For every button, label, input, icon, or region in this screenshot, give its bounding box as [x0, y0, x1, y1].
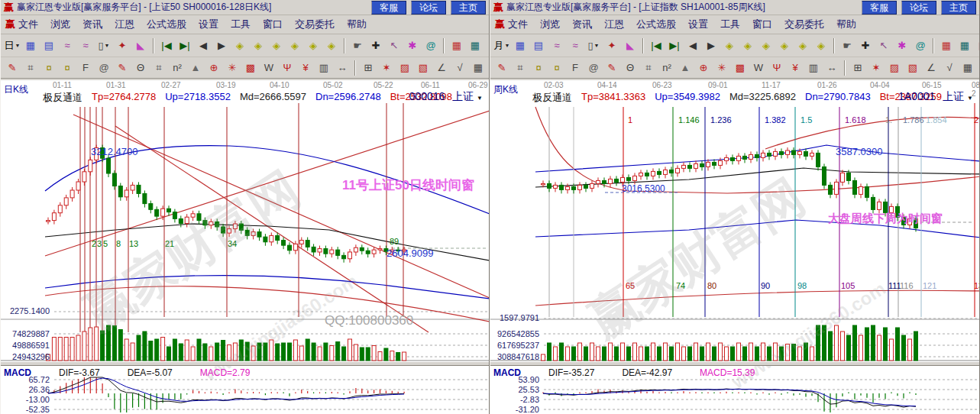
grid-a-icon[interactable]: ▦	[470, 60, 487, 76]
angle-icon[interactable]: ∠	[433, 60, 450, 76]
menu-item[interactable]: 文件	[508, 18, 528, 31]
period-button[interactable]: 月▼	[493, 37, 510, 53]
dropdown-arrow-icon[interactable]: ▼	[15, 43, 21, 48]
wave-icon[interactable]: √	[451, 60, 468, 76]
prev-icon[interactable]: ◀	[684, 37, 701, 53]
menu-item[interactable]: 设置	[199, 18, 218, 31]
wave-3-icon[interactable]: ≈	[548, 37, 565, 53]
gann-arrow-2-icon[interactable]: ◈	[250, 37, 267, 53]
callout-icon[interactable]: ↖	[875, 37, 892, 53]
gann-arrow-3-icon[interactable]: ◈	[758, 37, 775, 53]
home-button[interactable]: 主页	[941, 1, 976, 15]
fibonacci-icon[interactable]: F	[77, 60, 94, 76]
candle-period-icon[interactable]: ▯▼	[95, 37, 112, 53]
shade2-icon[interactable]: ▧	[415, 60, 432, 76]
grid-a-icon[interactable]: ▦	[959, 60, 976, 76]
ruler-icon[interactable]: ▥	[805, 60, 822, 76]
notebook-icon[interactable]: ▤	[975, 37, 979, 53]
menu-item[interactable]: 窗口	[752, 18, 772, 31]
flower-icon[interactable]: ✱	[404, 37, 421, 53]
title-bar[interactable]: 赢 赢家江恩专业版[赢家服务平台] - [上证50 SH000016-128日K…	[1, 0, 489, 15]
menu-item[interactable]: 帮助	[836, 18, 856, 31]
pane-separator[interactable]	[490, 361, 979, 366]
spiral-icon[interactable]: @	[585, 60, 602, 76]
chart-area-daily[interactable]: 赢家财富网 www.yingjia360.com	[1, 80, 489, 414]
target-icon[interactable]: ⊕	[205, 60, 222, 76]
net-icon[interactable]: ▦	[22, 37, 39, 53]
chart-area-weekly[interactable]: 赢家财富网 www.yingjia360.com	[490, 80, 979, 414]
go-first-icon[interactable]: |◀	[648, 37, 665, 53]
menu-item[interactable]: 资讯	[572, 18, 592, 31]
width-icon[interactable]: ↔	[334, 60, 351, 76]
menu-item[interactable]: 帮助	[347, 18, 367, 31]
symbol-selector[interactable]: 1A0001 上证 ▼	[898, 90, 973, 104]
gann-arrow-1-icon[interactable]: ◈	[231, 37, 248, 53]
menu-item[interactable]: 工具	[231, 18, 251, 31]
pattern-icon[interactable]: @	[912, 37, 929, 53]
mirror-icon[interactable]: ▲	[187, 60, 204, 76]
gann-arrow-2-icon[interactable]: ◈	[739, 37, 756, 53]
gann-arrow-6-icon[interactable]: ◈	[813, 37, 830, 53]
gold-grid-icon[interactable]: ¤	[40, 60, 57, 76]
calendar-icon[interactable]: ▦	[448, 37, 465, 53]
dropdown-arrow-icon[interactable]: ▼	[594, 43, 600, 48]
window-tool-icon[interactable]: ⊞	[360, 60, 377, 76]
home-button[interactable]: 主页	[451, 1, 486, 15]
menu-item[interactable]: 窗口	[263, 18, 283, 31]
draw-line-icon[interactable]: ✎	[493, 60, 510, 76]
prev-icon[interactable]: ◀	[195, 37, 212, 53]
menu-item[interactable]: 文件	[18, 18, 38, 31]
gold-grid-icon[interactable]: ¤	[530, 60, 547, 76]
spiral-icon[interactable]: @	[95, 60, 112, 76]
shade-icon[interactable]: ▨	[886, 60, 903, 76]
menu-item[interactable]: 交易委托	[784, 18, 824, 31]
target-icon[interactable]: ⊕	[695, 60, 712, 76]
next-icon[interactable]: ▶	[213, 37, 230, 53]
wave-9-icon[interactable]: ≈	[77, 37, 94, 53]
dropdown-arrow-icon[interactable]: ▼	[105, 43, 110, 48]
candle-period-icon[interactable]: ▯▼	[585, 37, 602, 53]
grid-b-icon[interactable]: ▩	[978, 60, 979, 76]
forum-button[interactable]: 论坛	[411, 1, 446, 15]
menu-item[interactable]: 江恩	[115, 18, 134, 31]
matrix-icon[interactable]: ▩	[242, 60, 259, 76]
gold-section-icon[interactable]: ¤	[59, 60, 76, 76]
fibonacci-icon[interactable]: F	[567, 60, 584, 76]
period-button[interactable]: 日▼	[4, 37, 21, 53]
title-bar[interactable]: 赢 赢家江恩专业版[赢家服务平台] - [上证指数 SH1A0001-85周K线…	[490, 0, 979, 15]
mirror-icon[interactable]: ▲	[677, 60, 694, 76]
grid-b-icon[interactable]: ▩	[488, 60, 489, 76]
menu-item[interactable]: 浏览	[540, 18, 560, 31]
notebook-icon[interactable]: ▤	[485, 37, 489, 53]
wave-icon[interactable]: √	[941, 60, 958, 76]
grid-tool-icon[interactable]: ⌗	[22, 60, 39, 76]
menu-item[interactable]: 公式选股	[147, 18, 186, 31]
wave-9-icon[interactable]: ≈	[567, 37, 584, 53]
callout-icon[interactable]: ↖	[386, 37, 403, 53]
time-grid-icon[interactable]: ⌗	[640, 60, 657, 76]
window-tool-icon[interactable]: ⊞	[849, 60, 866, 76]
radial-icon[interactable]: ✳	[224, 60, 241, 76]
cycle-icon[interactable]: Θ	[622, 60, 639, 76]
color-chart-icon[interactable]: ◣	[132, 37, 149, 53]
gann-shen-icon[interactable]: Ψ	[768, 60, 785, 76]
angle-icon[interactable]: ∠	[923, 60, 940, 76]
crosshair-icon[interactable]: ✚	[367, 37, 384, 53]
go-first-icon[interactable]: |◀	[158, 37, 175, 53]
flower-icon[interactable]: ✱	[894, 37, 910, 53]
gann-arrow-5-icon[interactable]: ◈	[794, 37, 811, 53]
menu-item[interactable]: 公式选股	[636, 18, 676, 31]
symbol-selector[interactable]: 000016 上证 ▼	[409, 90, 483, 104]
pencil-measure-icon[interactable]: ✎	[114, 60, 131, 76]
service-button[interactable]: 客服	[371, 1, 406, 15]
gann-arrow-3-icon[interactable]: ◈	[268, 37, 285, 53]
square-n2-icon[interactable]: n²	[658, 60, 675, 76]
pencil-measure-icon[interactable]: ✎	[603, 60, 620, 76]
winner-icon[interactable]: ¥	[297, 60, 314, 76]
gann-arrow-4-icon[interactable]: ◈	[286, 37, 303, 53]
calendar-icon[interactable]: ▦	[938, 37, 955, 53]
color-chart-icon[interactable]: ◣	[622, 37, 639, 53]
notes-icon[interactable]: ▤	[40, 37, 57, 53]
calculator-icon[interactable]: ▦	[956, 37, 973, 53]
wave-count-icon[interactable]: W	[750, 60, 767, 76]
